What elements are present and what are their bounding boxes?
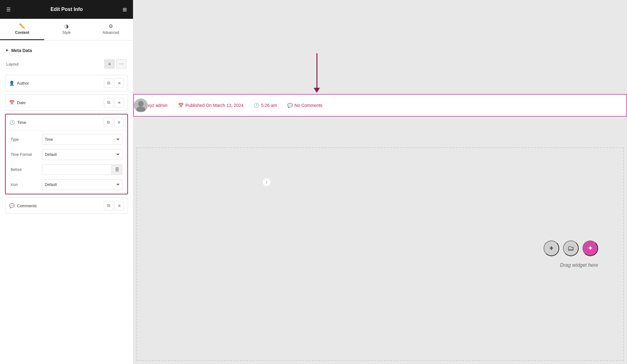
type-field-label: Type xyxy=(11,137,39,142)
before-input-icon[interactable]: 🗄 xyxy=(111,164,122,175)
content-tab-label: Content xyxy=(15,30,29,35)
layout-row: Layout ≡ ⋯ xyxy=(5,59,128,69)
author-delete-button[interactable]: ✕ xyxy=(114,78,124,88)
published-date-meta: 📅 Published On March 13, 2024 xyxy=(173,103,248,108)
time-delete-button[interactable]: ✕ xyxy=(114,118,124,127)
avatar-head xyxy=(138,101,144,107)
main-canvas: ‹ xyz admin 📅 Published On March 13, 202… xyxy=(133,0,627,364)
post-info-bar: xyz admin 📅 Published On March 13, 2024 … xyxy=(133,94,627,117)
tabs-bar: ✏️ Content ◑ Style ⚙ Advanced xyxy=(0,19,133,40)
date-label: Date xyxy=(17,100,104,105)
time-copy-button[interactable]: ⧉ xyxy=(104,118,113,127)
tab-advanced[interactable]: ⚙ Advanced xyxy=(89,19,133,40)
icon-field-label: Icon xyxy=(11,182,39,187)
time-text: 5:26 am xyxy=(261,103,277,108)
calendar-icon: 📅 xyxy=(178,103,183,108)
section-header-metadata: ▼ Meta Data xyxy=(5,48,128,53)
date-copy-button[interactable]: ⧉ xyxy=(104,98,113,107)
meta-item-author-header: 👤 Author ⧉ ✕ xyxy=(5,75,128,91)
time-type-row: Type Time xyxy=(11,134,122,145)
before-input-wrap: 🗄 xyxy=(42,164,122,175)
arrow-head xyxy=(314,88,320,93)
meta-item-time: 🕐 Time ⧉ ✕ Type Time Time Format xyxy=(5,114,128,194)
folder-widget-button[interactable]: 🗂 xyxy=(563,240,579,256)
pointer-arrow xyxy=(314,53,320,93)
time-format-row: Time Format Default xyxy=(11,149,122,160)
add-widget-button[interactable]: + xyxy=(544,240,559,256)
meta-item-comments: 💬 Comments ⧉ ✕ xyxy=(5,198,128,214)
author-avatar xyxy=(134,98,148,112)
time-fields: Type Time Time Format Default Before 🗄 xyxy=(6,130,127,194)
icon-select[interactable]: Default xyxy=(42,179,122,190)
format-field-label: Time Format xyxy=(11,152,39,157)
meta-item-author: 👤 Author ⧉ ✕ xyxy=(5,75,128,91)
comments-label: Comments xyxy=(17,203,104,208)
tab-style[interactable]: ◑ Style xyxy=(44,19,88,40)
layout-list-button[interactable]: ≡ xyxy=(104,59,115,69)
comments-meta: 💬 No Comments xyxy=(282,103,327,108)
magic-widget-button[interactable]: ✦ xyxy=(582,240,598,256)
before-field-label: Before xyxy=(11,167,39,172)
published-date-text: Published On March 13, 2024 xyxy=(185,103,243,108)
author-copy-button[interactable]: ⧉ xyxy=(104,78,113,88)
comments-icon: 💬 xyxy=(9,203,14,208)
comments-copy-button[interactable]: ⧉ xyxy=(104,201,113,210)
sidebar-header: ☰ Edit Post Info ⊞ xyxy=(0,0,133,19)
hamburger-icon[interactable]: ☰ xyxy=(6,7,11,13)
time-actions: ⧉ ✕ xyxy=(104,118,124,127)
style-tab-icon: ◑ xyxy=(64,23,69,29)
post-info-container: xyz admin 📅 Published On March 13, 2024 … xyxy=(133,94,627,117)
advanced-tab-label: Advanced xyxy=(103,30,119,35)
tab-content[interactable]: ✏️ Content xyxy=(0,19,44,40)
meta-item-date-header: 📅 Date ⧉ ✕ xyxy=(5,95,128,110)
widget-buttons: + 🗂 ✦ xyxy=(544,240,598,256)
meta-item-time-header: 🕐 Time ⧉ ✕ xyxy=(6,114,127,130)
section-toggle-icon[interactable]: ▼ xyxy=(5,48,9,53)
drag-widget-area: + 🗂 ✦ Drag widget here xyxy=(136,147,624,361)
layout-grid-button[interactable]: ⋯ xyxy=(116,59,127,69)
author-name: xyz admin xyxy=(148,103,173,108)
comments-delete-button[interactable]: ✕ xyxy=(114,201,124,210)
arrow-line xyxy=(316,53,317,88)
time-meta: 🕐 5:26 am xyxy=(248,103,282,108)
type-select[interactable]: Time xyxy=(42,134,122,145)
time-icon-row: Icon Default xyxy=(11,179,122,190)
clock-icon: 🕐 xyxy=(254,103,259,108)
before-input[interactable] xyxy=(42,165,111,175)
page-title: Edit Post Info xyxy=(50,7,83,12)
layout-label: Layout xyxy=(6,62,19,66)
drag-widget-label: Drag widget here xyxy=(560,262,598,268)
comments-meta-icon: 💬 xyxy=(287,103,293,108)
grid-icon[interactable]: ⊞ xyxy=(123,7,127,13)
time-icon: 🕐 xyxy=(9,120,15,125)
date-icon: 📅 xyxy=(9,100,14,105)
date-actions: ⧉ ✕ xyxy=(104,98,124,107)
advanced-tab-icon: ⚙ xyxy=(109,23,113,29)
meta-item-date: 📅 Date ⧉ ✕ xyxy=(5,94,128,111)
date-delete-button[interactable]: ✕ xyxy=(114,98,124,107)
section-title: Meta Data xyxy=(11,48,32,53)
content-tab-icon: ✏️ xyxy=(19,23,25,29)
time-label: Time xyxy=(17,120,104,125)
meta-item-comments-header: 💬 Comments ⧉ ✕ xyxy=(5,198,128,214)
sidebar: ☰ Edit Post Info ⊞ ✏️ Content ◑ Style ⚙ … xyxy=(0,0,133,364)
time-before-row: Before 🗄 xyxy=(11,164,122,175)
layout-buttons: ≡ ⋯ xyxy=(104,59,127,69)
collapse-sidebar-button[interactable]: ‹ xyxy=(262,178,271,187)
style-tab-label: Style xyxy=(62,30,71,35)
panel-content: ▼ Meta Data Layout ≡ ⋯ 👤 Author ⧉ ✕ xyxy=(0,40,133,364)
avatar-body xyxy=(136,107,145,112)
author-actions: ⧉ ✕ xyxy=(104,78,124,88)
comments-actions: ⧉ ✕ xyxy=(104,201,124,210)
format-select[interactable]: Default xyxy=(42,149,122,160)
author-label: Author xyxy=(17,81,104,86)
comments-text: No Comments xyxy=(295,103,322,108)
author-icon: 👤 xyxy=(9,81,14,86)
